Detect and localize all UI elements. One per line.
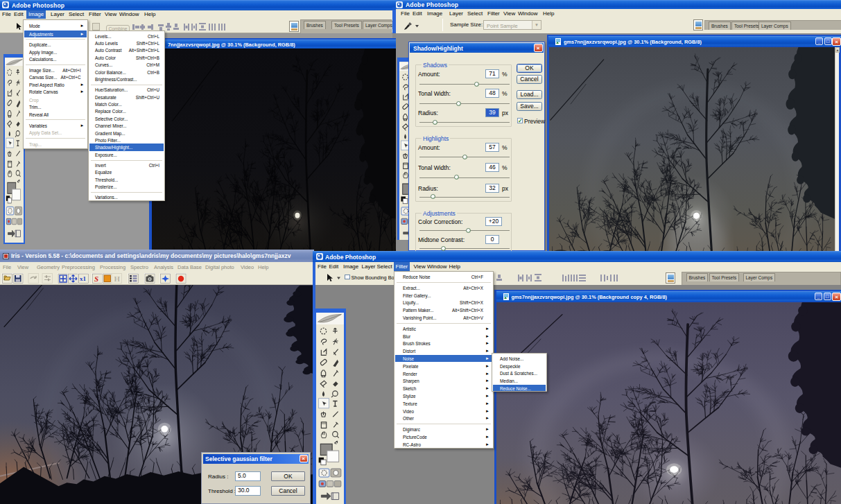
- svg-text:x1: x1: [80, 275, 87, 282]
- svg-text:S: S: [94, 275, 98, 283]
- svg-text:H: H: [114, 275, 121, 283]
